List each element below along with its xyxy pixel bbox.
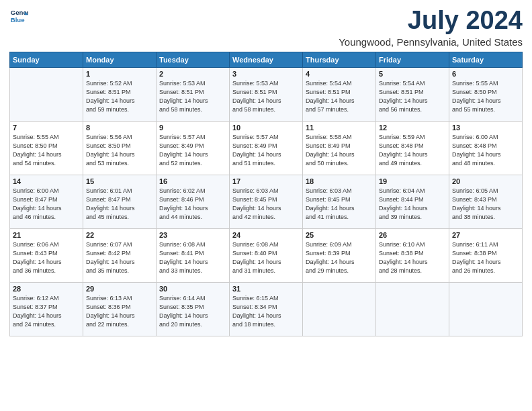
day-info: Sunrise: 6:00 AM Sunset: 8:48 PM Dayligh… [452,133,519,168]
calendar-cell: 24Sunrise: 6:08 AM Sunset: 8:40 PM Dayli… [230,228,303,282]
calendar-cell: 4Sunrise: 5:54 AM Sunset: 8:51 PM Daylig… [303,67,376,121]
day-info: Sunrise: 5:57 AM Sunset: 8:49 PM Dayligh… [232,133,300,168]
day-number: 13 [452,124,519,132]
day-info: Sunrise: 6:10 AM Sunset: 8:38 PM Dayligh… [379,240,446,275]
calendar-week-row: 14Sunrise: 6:00 AM Sunset: 8:47 PM Dayli… [10,175,523,228]
day-info: Sunrise: 5:53 AM Sunset: 8:51 PM Dayligh… [159,79,226,114]
weekday-header-sunday: Sunday [10,52,83,67]
calendar-cell: 29Sunrise: 6:13 AM Sunset: 8:36 PM Dayli… [83,282,157,336]
weekday-header-row: SundayMondayTuesdayWednesdayThursdayFrid… [10,52,523,67]
day-number: 15 [86,177,153,185]
calendar-cell: 27Sunrise: 6:11 AM Sunset: 8:38 PM Dayli… [449,228,523,282]
calendar-cell: 15Sunrise: 6:01 AM Sunset: 8:47 PM Dayli… [83,175,157,228]
weekday-header-monday: Monday [83,52,157,67]
weekday-header-thursday: Thursday [303,52,376,67]
day-number: 18 [306,177,373,185]
day-info: Sunrise: 5:54 AM Sunset: 8:51 PM Dayligh… [379,79,446,114]
calendar-cell: 28Sunrise: 6:12 AM Sunset: 8:37 PM Dayli… [10,282,83,336]
calendar-table: SundayMondayTuesdayWednesdayThursdayFrid… [9,52,523,336]
calendar-week-row: 28Sunrise: 6:12 AM Sunset: 8:37 PM Dayli… [10,282,523,336]
calendar-cell: 6Sunrise: 5:55 AM Sunset: 8:50 PM Daylig… [449,67,523,121]
day-number: 10 [232,124,300,132]
svg-text:Blue: Blue [11,16,25,24]
day-number: 23 [159,231,226,239]
calendar-cell: 18Sunrise: 6:03 AM Sunset: 8:45 PM Dayli… [303,175,376,228]
day-number: 2 [159,70,226,78]
day-info: Sunrise: 5:52 AM Sunset: 8:51 PM Dayligh… [86,79,153,114]
calendar-cell: 11Sunrise: 5:58 AM Sunset: 8:49 PM Dayli… [303,121,376,175]
day-info: Sunrise: 6:03 AM Sunset: 8:45 PM Dayligh… [306,187,373,222]
day-number: 26 [379,231,446,239]
day-number: 5 [379,70,446,78]
day-number: 8 [86,124,153,132]
day-number: 20 [452,177,519,185]
calendar-cell: 20Sunrise: 6:05 AM Sunset: 8:43 PM Dayli… [449,175,523,228]
day-number: 31 [232,285,300,293]
day-info: Sunrise: 6:14 AM Sunset: 8:35 PM Dayligh… [159,294,226,329]
day-info: Sunrise: 6:08 AM Sunset: 8:40 PM Dayligh… [232,240,300,275]
weekday-header-saturday: Saturday [449,52,523,67]
calendar-week-row: 7Sunrise: 5:55 AM Sunset: 8:50 PM Daylig… [10,121,523,175]
calendar-cell: 7Sunrise: 5:55 AM Sunset: 8:50 PM Daylig… [10,121,83,175]
day-info: Sunrise: 6:13 AM Sunset: 8:36 PM Dayligh… [86,294,153,329]
calendar-cell: 8Sunrise: 5:56 AM Sunset: 8:50 PM Daylig… [83,121,157,175]
calendar-subtitle: Youngwood, Pennsylvania, United States [339,36,523,48]
day-number: 4 [306,70,373,78]
day-info: Sunrise: 5:54 AM Sunset: 8:51 PM Dayligh… [306,79,373,114]
calendar-cell: 1Sunrise: 5:52 AM Sunset: 8:51 PM Daylig… [83,67,157,121]
day-number: 6 [452,70,519,78]
day-info: Sunrise: 6:03 AM Sunset: 8:45 PM Dayligh… [232,187,300,222]
day-info: Sunrise: 5:59 AM Sunset: 8:48 PM Dayligh… [379,133,446,168]
day-number: 21 [13,231,80,239]
day-info: Sunrise: 5:55 AM Sunset: 8:50 PM Dayligh… [452,79,519,114]
day-number: 3 [232,70,300,78]
day-info: Sunrise: 6:09 AM Sunset: 8:39 PM Dayligh… [306,240,373,275]
calendar-cell [449,282,523,336]
calendar-cell [303,282,376,336]
weekday-header-friday: Friday [376,52,449,67]
day-info: Sunrise: 5:55 AM Sunset: 8:50 PM Dayligh… [13,133,80,168]
day-number: 30 [159,285,226,293]
calendar-cell: 13Sunrise: 6:00 AM Sunset: 8:48 PM Dayli… [449,121,523,175]
day-info: Sunrise: 5:56 AM Sunset: 8:50 PM Dayligh… [86,133,153,168]
calendar-week-row: 1Sunrise: 5:52 AM Sunset: 8:51 PM Daylig… [10,67,523,121]
day-info: Sunrise: 5:58 AM Sunset: 8:49 PM Dayligh… [306,133,373,168]
day-number: 22 [86,231,153,239]
calendar-week-row: 21Sunrise: 6:06 AM Sunset: 8:43 PM Dayli… [10,228,523,282]
logo: General Blue [9,7,30,26]
calendar-cell: 21Sunrise: 6:06 AM Sunset: 8:43 PM Dayli… [10,228,83,282]
day-info: Sunrise: 6:07 AM Sunset: 8:42 PM Dayligh… [86,240,153,275]
day-number: 28 [13,285,80,293]
day-number: 14 [13,177,80,185]
day-number: 12 [379,124,446,132]
day-info: Sunrise: 6:01 AM Sunset: 8:47 PM Dayligh… [86,187,153,222]
day-info: Sunrise: 6:00 AM Sunset: 8:47 PM Dayligh… [13,187,80,222]
calendar-cell: 14Sunrise: 6:00 AM Sunset: 8:47 PM Dayli… [10,175,83,228]
day-number: 27 [452,231,519,239]
day-info: Sunrise: 6:15 AM Sunset: 8:34 PM Dayligh… [232,294,300,329]
day-number: 25 [306,231,373,239]
day-number: 29 [86,285,153,293]
day-info: Sunrise: 5:53 AM Sunset: 8:51 PM Dayligh… [232,79,300,114]
calendar-cell: 10Sunrise: 5:57 AM Sunset: 8:49 PM Dayli… [230,121,303,175]
day-info: Sunrise: 6:04 AM Sunset: 8:44 PM Dayligh… [379,187,446,222]
calendar-cell: 30Sunrise: 6:14 AM Sunset: 8:35 PM Dayli… [157,282,230,336]
calendar-cell [376,282,449,336]
day-info: Sunrise: 6:08 AM Sunset: 8:41 PM Dayligh… [159,240,226,275]
day-number: 11 [306,124,373,132]
calendar-cell: 5Sunrise: 5:54 AM Sunset: 8:51 PM Daylig… [376,67,449,121]
day-info: Sunrise: 6:02 AM Sunset: 8:46 PM Dayligh… [159,187,226,222]
day-info: Sunrise: 6:11 AM Sunset: 8:38 PM Dayligh… [452,240,519,275]
calendar-cell: 23Sunrise: 6:08 AM Sunset: 8:41 PM Dayli… [157,228,230,282]
weekday-header-tuesday: Tuesday [157,52,230,67]
day-number: 24 [232,231,300,239]
calendar-cell: 9Sunrise: 5:57 AM Sunset: 8:49 PM Daylig… [157,121,230,175]
day-info: Sunrise: 6:06 AM Sunset: 8:43 PM Dayligh… [13,240,80,275]
calendar-cell: 2Sunrise: 5:53 AM Sunset: 8:51 PM Daylig… [157,67,230,121]
day-info: Sunrise: 6:05 AM Sunset: 8:43 PM Dayligh… [452,187,519,222]
calendar-cell: 25Sunrise: 6:09 AM Sunset: 8:39 PM Dayli… [303,228,376,282]
calendar-cell [10,67,83,121]
calendar-cell: 19Sunrise: 6:04 AM Sunset: 8:44 PM Dayli… [376,175,449,228]
day-number: 7 [13,124,80,132]
day-number: 16 [159,177,226,185]
